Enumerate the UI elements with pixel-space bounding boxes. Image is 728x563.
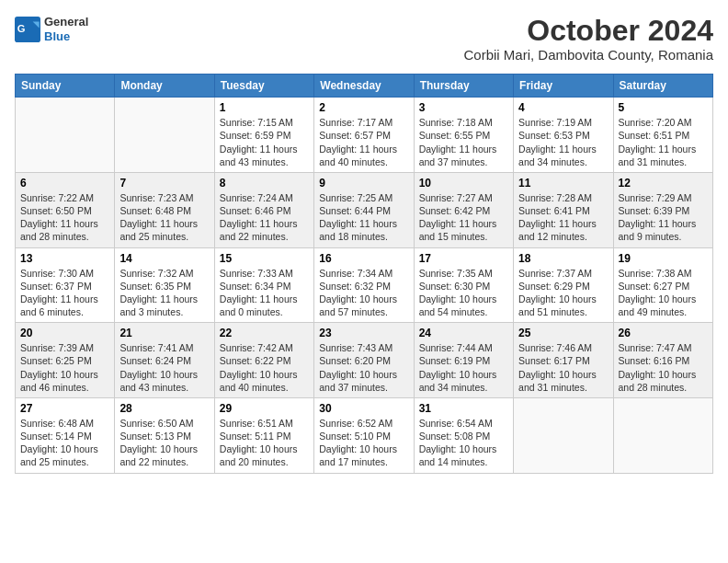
day-info: Sunrise: 7:19 AM Sunset: 6:53 PM Dayligh… — [518, 116, 608, 168]
day-number: 12 — [619, 177, 708, 190]
day-info: Sunrise: 7:24 AM Sunset: 6:46 PM Dayligh… — [220, 191, 309, 244]
calendar-cell — [16, 98, 115, 173]
calendar-cell: 17Sunrise: 7:35 AM Sunset: 6:30 PM Dayli… — [414, 247, 513, 323]
calendar-cell: 4Sunrise: 7:19 AM Sunset: 6:53 PM Daylig… — [514, 98, 613, 173]
day-number: 26 — [619, 327, 708, 339]
weekday-header: Monday — [115, 75, 214, 98]
day-number: 25 — [518, 327, 608, 339]
logo-icon: G — [15, 17, 40, 42]
logo-blue: Blue — [44, 29, 88, 44]
calendar-cell: 10Sunrise: 7:27 AM Sunset: 6:42 PM Dayli… — [414, 172, 513, 247]
day-info: Sunrise: 6:51 AM Sunset: 5:11 PM Dayligh… — [220, 417, 309, 469]
day-info: Sunrise: 7:30 AM Sunset: 6:37 PM Dayligh… — [20, 267, 109, 319]
calendar-cell: 31Sunrise: 6:54 AM Sunset: 5:08 PM Dayli… — [414, 397, 513, 473]
day-info: Sunrise: 7:17 AM Sunset: 6:57 PM Dayligh… — [319, 116, 408, 168]
day-number: 2 — [319, 101, 408, 114]
day-info: Sunrise: 7:37 AM Sunset: 6:29 PM Dayligh… — [518, 267, 608, 319]
calendar-cell: 7Sunrise: 7:23 AM Sunset: 6:48 PM Daylig… — [115, 172, 214, 247]
calendar-cell — [115, 98, 214, 173]
calendar-cell: 8Sunrise: 7:24 AM Sunset: 6:46 PM Daylig… — [214, 172, 313, 247]
logo-general: General — [44, 15, 88, 29]
calendar-table: SundayMondayTuesdayWednesdayThursdayFrid… — [15, 74, 713, 473]
day-number: 22 — [220, 327, 309, 339]
day-number: 8 — [220, 177, 309, 190]
day-info: Sunrise: 7:29 AM Sunset: 6:39 PM Dayligh… — [619, 191, 708, 244]
calendar-cell: 26Sunrise: 7:47 AM Sunset: 6:16 PM Dayli… — [613, 323, 712, 398]
day-info: Sunrise: 6:50 AM Sunset: 5:13 PM Dayligh… — [119, 417, 209, 469]
calendar-cell: 3Sunrise: 7:18 AM Sunset: 6:55 PM Daylig… — [414, 98, 513, 173]
day-info: Sunrise: 7:44 AM Sunset: 6:19 PM Dayligh… — [419, 341, 508, 394]
calendar-cell: 9Sunrise: 7:25 AM Sunset: 6:44 PM Daylig… — [314, 172, 414, 247]
month-title: October 2024 — [464, 15, 714, 47]
day-info: Sunrise: 7:27 AM Sunset: 6:42 PM Dayligh… — [419, 191, 508, 244]
calendar-cell: 19Sunrise: 7:38 AM Sunset: 6:27 PM Dayli… — [613, 247, 712, 323]
calendar-cell — [514, 397, 613, 473]
day-number: 15 — [220, 252, 309, 265]
calendar-week-row: 6Sunrise: 7:22 AM Sunset: 6:50 PM Daylig… — [16, 172, 713, 247]
calendar-cell: 12Sunrise: 7:29 AM Sunset: 6:39 PM Dayli… — [613, 172, 712, 247]
day-number: 5 — [619, 101, 708, 114]
svg-text:G: G — [17, 22, 26, 33]
day-info: Sunrise: 7:39 AM Sunset: 6:25 PM Dayligh… — [20, 341, 109, 394]
calendar-week-row: 13Sunrise: 7:30 AM Sunset: 6:37 PM Dayli… — [16, 247, 713, 323]
day-number: 17 — [419, 252, 508, 265]
day-number: 16 — [319, 252, 408, 265]
calendar-cell: 5Sunrise: 7:20 AM Sunset: 6:51 PM Daylig… — [613, 98, 712, 173]
day-number: 20 — [20, 327, 109, 339]
calendar-cell: 25Sunrise: 7:46 AM Sunset: 6:17 PM Dayli… — [514, 323, 613, 398]
day-number: 9 — [319, 177, 408, 190]
day-number: 6 — [20, 177, 109, 190]
day-info: Sunrise: 7:47 AM Sunset: 6:16 PM Dayligh… — [619, 341, 708, 394]
page-header: G General Blue October 2024 Corbii Mari,… — [15, 15, 713, 63]
calendar-cell: 1Sunrise: 7:15 AM Sunset: 6:59 PM Daylig… — [214, 98, 313, 173]
day-number: 11 — [518, 177, 608, 190]
calendar-cell: 6Sunrise: 7:22 AM Sunset: 6:50 PM Daylig… — [16, 172, 115, 247]
weekday-header: Friday — [514, 75, 613, 98]
calendar-cell: 15Sunrise: 7:33 AM Sunset: 6:34 PM Dayli… — [214, 247, 313, 323]
day-info: Sunrise: 7:33 AM Sunset: 6:34 PM Dayligh… — [220, 267, 309, 319]
day-info: Sunrise: 7:43 AM Sunset: 6:20 PM Dayligh… — [319, 341, 408, 394]
day-number: 13 — [20, 252, 109, 265]
logo-text: General Blue — [44, 15, 88, 43]
day-info: Sunrise: 6:48 AM Sunset: 5:14 PM Dayligh… — [20, 417, 109, 469]
day-info: Sunrise: 7:46 AM Sunset: 6:17 PM Dayligh… — [518, 341, 608, 394]
weekday-header: Wednesday — [314, 75, 414, 98]
day-number: 30 — [319, 402, 408, 415]
day-number: 18 — [518, 252, 608, 265]
day-info: Sunrise: 7:38 AM Sunset: 6:27 PM Dayligh… — [619, 267, 708, 319]
day-number: 21 — [119, 327, 209, 339]
calendar-cell: 27Sunrise: 6:48 AM Sunset: 5:14 PM Dayli… — [16, 397, 115, 473]
calendar-week-row: 1Sunrise: 7:15 AM Sunset: 6:59 PM Daylig… — [16, 98, 713, 173]
day-info: Sunrise: 7:32 AM Sunset: 6:35 PM Dayligh… — [119, 267, 209, 319]
day-info: Sunrise: 7:28 AM Sunset: 6:41 PM Dayligh… — [518, 191, 608, 244]
calendar-cell — [613, 397, 712, 473]
day-info: Sunrise: 7:15 AM Sunset: 6:59 PM Dayligh… — [220, 116, 309, 168]
day-number: 27 — [20, 402, 109, 415]
calendar-cell: 2Sunrise: 7:17 AM Sunset: 6:57 PM Daylig… — [314, 98, 414, 173]
calendar-cell: 29Sunrise: 6:51 AM Sunset: 5:11 PM Dayli… — [214, 397, 313, 473]
calendar-cell: 23Sunrise: 7:43 AM Sunset: 6:20 PM Dayli… — [314, 323, 414, 398]
day-number: 24 — [419, 327, 508, 339]
day-number: 29 — [220, 402, 309, 415]
calendar-cell: 21Sunrise: 7:41 AM Sunset: 6:24 PM Dayli… — [115, 323, 214, 398]
day-info: Sunrise: 6:54 AM Sunset: 5:08 PM Dayligh… — [419, 417, 508, 469]
day-number: 14 — [119, 252, 209, 265]
day-number: 4 — [518, 101, 608, 114]
calendar-header-row: SundayMondayTuesdayWednesdayThursdayFrid… — [16, 75, 713, 98]
day-number: 3 — [419, 101, 508, 114]
calendar-cell: 22Sunrise: 7:42 AM Sunset: 6:22 PM Dayli… — [214, 323, 313, 398]
day-info: Sunrise: 7:18 AM Sunset: 6:55 PM Dayligh… — [419, 116, 508, 168]
weekday-header: Sunday — [16, 75, 115, 98]
location-title: Corbii Mari, Dambovita County, Romania — [464, 47, 714, 63]
calendar-cell: 28Sunrise: 6:50 AM Sunset: 5:13 PM Dayli… — [115, 397, 214, 473]
day-info: Sunrise: 7:20 AM Sunset: 6:51 PM Dayligh… — [619, 116, 708, 168]
calendar-cell: 14Sunrise: 7:32 AM Sunset: 6:35 PM Dayli… — [115, 247, 214, 323]
day-number: 31 — [419, 402, 508, 415]
day-info: Sunrise: 6:52 AM Sunset: 5:10 PM Dayligh… — [319, 417, 408, 469]
calendar-cell: 30Sunrise: 6:52 AM Sunset: 5:10 PM Dayli… — [314, 397, 414, 473]
day-number: 1 — [220, 101, 309, 114]
calendar-cell: 16Sunrise: 7:34 AM Sunset: 6:32 PM Dayli… — [314, 247, 414, 323]
day-info: Sunrise: 7:41 AM Sunset: 6:24 PM Dayligh… — [119, 341, 209, 394]
weekday-header: Thursday — [414, 75, 513, 98]
day-info: Sunrise: 7:35 AM Sunset: 6:30 PM Dayligh… — [419, 267, 508, 319]
